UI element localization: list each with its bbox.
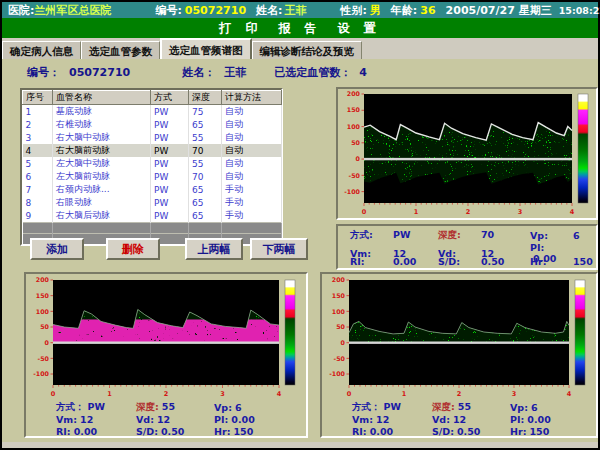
table-cell: 5 xyxy=(23,157,53,170)
svg-text:4: 4 xyxy=(570,208,575,216)
params-row: 方式:PW深度:70Vp:6 xyxy=(338,229,596,242)
param-ri: RI:0.00 xyxy=(350,256,438,267)
table-cell: 2 xyxy=(23,118,53,131)
table-row[interactable]: 6左大脑前动脉PW70自动 xyxy=(23,170,282,183)
table-cell: PW xyxy=(151,183,189,196)
menu-bar: 打 印报 告设 置 xyxy=(2,18,598,38)
previous-two-frames-button[interactable]: 上两幅 xyxy=(185,238,243,260)
table-row[interactable]: 4右大脑前动脉PW70自动 xyxy=(23,144,282,157)
table-row[interactable]: 9右大脑后动脉PW65手动 xyxy=(23,209,282,223)
table-row[interactable]: 2右椎动脉PW65自动 xyxy=(23,118,282,131)
table-cell: PW xyxy=(151,196,189,209)
svg-text:1: 1 xyxy=(107,390,112,398)
svg-text:150: 150 xyxy=(347,106,361,113)
param-sd: S/D:0.50 xyxy=(136,426,214,437)
empty-table-cell xyxy=(189,223,222,234)
params-row: RI:0.00S/D:0.50Hr:150 xyxy=(352,425,596,437)
param-vp: Vp:6 xyxy=(530,230,596,241)
table-cell: 自动 xyxy=(222,131,282,144)
svg-text:-50: -50 xyxy=(349,172,361,179)
tab-3[interactable]: 编辑诊断结论及预览 xyxy=(252,41,363,59)
table-cell: 手动 xyxy=(222,183,282,196)
menu-item-1[interactable]: 报 告 xyxy=(278,20,321,37)
empty-table-cell xyxy=(23,223,53,234)
doppler-spectrogram-top-right: 200150100500-50-10001234 xyxy=(340,90,594,216)
table-cell: 右大脑后动脉 xyxy=(53,209,151,223)
table-cell: 70 xyxy=(189,170,222,183)
svg-text:100: 100 xyxy=(347,123,361,130)
table-cell: 65 xyxy=(189,209,222,223)
param-sd: S/D:0.50 xyxy=(432,426,510,437)
svg-text:3: 3 xyxy=(518,208,523,216)
svg-text:200: 200 xyxy=(36,276,50,283)
table-cell: 6 xyxy=(23,170,53,183)
param-ri: RI:0.00 xyxy=(352,426,432,437)
gender-label: 性别: xyxy=(340,3,366,18)
table-cell: 55 xyxy=(189,131,222,144)
summary-id-label: 编号： xyxy=(27,65,60,80)
param-深度: 深度:55 xyxy=(136,401,214,414)
svg-text:50: 50 xyxy=(40,323,49,330)
table-row[interactable]: 1基底动脉PW75自动 xyxy=(23,105,282,119)
next-two-frames-button[interactable]: 下两幅 xyxy=(250,238,308,260)
table-cell: 自动 xyxy=(222,157,282,170)
delete-vessel-button[interactable]: 删除 xyxy=(106,238,160,260)
param-hr: Hr:150 xyxy=(510,426,596,437)
param-深度: 深度:55 xyxy=(432,401,510,414)
param-vd: Vd:12 xyxy=(136,414,214,425)
svg-text:2: 2 xyxy=(466,208,471,216)
patient-id-value: 05072710 xyxy=(185,4,246,17)
column-header: 深度 xyxy=(189,91,222,105)
svg-text:150: 150 xyxy=(332,292,346,299)
svg-text:100: 100 xyxy=(332,308,346,315)
menu-item-0[interactable]: 打 印 xyxy=(219,20,262,37)
table-row[interactable]: 3右大脑中动脉PW55自动 xyxy=(23,131,282,144)
table-row[interactable]: 7右颈内动脉...PW65手动 xyxy=(23,183,282,196)
table-cell: 手动 xyxy=(222,196,282,209)
svg-text:-100: -100 xyxy=(344,188,360,195)
title-bar: 医院: 兰州军区总医院 编号: 05072710 姓名: 王菲 性别: 男 年龄… xyxy=(2,2,598,18)
patient-name-label: 姓名: xyxy=(256,3,282,18)
tab-0[interactable]: 确定病人信息 xyxy=(2,41,81,59)
patient-id-label: 编号: xyxy=(155,3,181,18)
selected-vessel-count-value: 4 xyxy=(359,66,367,79)
table-row[interactable]: 8右眼动脉PW65手动 xyxy=(23,196,282,209)
add-vessel-button[interactable]: 添加 xyxy=(30,238,84,260)
empty-table-cell xyxy=(222,223,282,234)
svg-text:0: 0 xyxy=(45,339,50,346)
svg-text:4: 4 xyxy=(277,390,282,398)
params-row: RI:0.00S/D:0.50Hr:150 xyxy=(338,255,596,268)
table-cell: 自动 xyxy=(222,118,282,131)
svg-text:3: 3 xyxy=(512,390,517,398)
spectrogram-panel-top-right: 200150100500-50-10001234 xyxy=(336,87,598,220)
column-header: 计算方法 xyxy=(222,91,282,105)
table-cell: PW xyxy=(151,170,189,183)
table-cell: 自动 xyxy=(222,105,282,119)
svg-text:1: 1 xyxy=(402,390,407,398)
vessel-table-header: 序号血管名称方式深度计算方法 xyxy=(23,91,282,105)
svg-text:0: 0 xyxy=(356,155,361,162)
table-cell: 65 xyxy=(189,118,222,131)
param-vm: Vm:12 xyxy=(56,414,136,425)
summary-name-label: 姓名： xyxy=(182,65,215,80)
empty-table-cell xyxy=(53,223,151,234)
table-cell: 4 xyxy=(23,144,53,157)
svg-text:0: 0 xyxy=(51,390,56,398)
table-cell: 65 xyxy=(189,183,222,196)
table-cell: 右颈内动脉... xyxy=(53,183,151,196)
summary-name-value: 王菲 xyxy=(224,65,246,80)
svg-text:3: 3 xyxy=(220,390,225,398)
patient-summary-row: 编号： 05072710 姓名： 王菲 已选定血管数： 4 xyxy=(2,63,367,81)
tab-2[interactable]: 选定血管频谱图 xyxy=(160,38,252,59)
table-cell: 自动 xyxy=(222,170,282,183)
menu-item-2[interactable]: 设 置 xyxy=(338,20,381,37)
params-row: Vm:12Vd:12PI:0.00 xyxy=(56,413,306,425)
tab-1[interactable]: 选定血管参数 xyxy=(81,41,160,59)
spectrogram-panel-bottom-right: 200150100500-50-10001234 方式：PW深度:55Vp:6V… xyxy=(320,272,598,438)
column-header: 方式 xyxy=(151,91,189,105)
table-cell: 55 xyxy=(189,157,222,170)
table-cell: 3 xyxy=(23,131,53,144)
table-row[interactable]: 5左大脑中动脉PW55自动 xyxy=(23,157,282,170)
param-深度: 深度:70 xyxy=(438,229,530,242)
table-cell: PW xyxy=(151,131,189,144)
